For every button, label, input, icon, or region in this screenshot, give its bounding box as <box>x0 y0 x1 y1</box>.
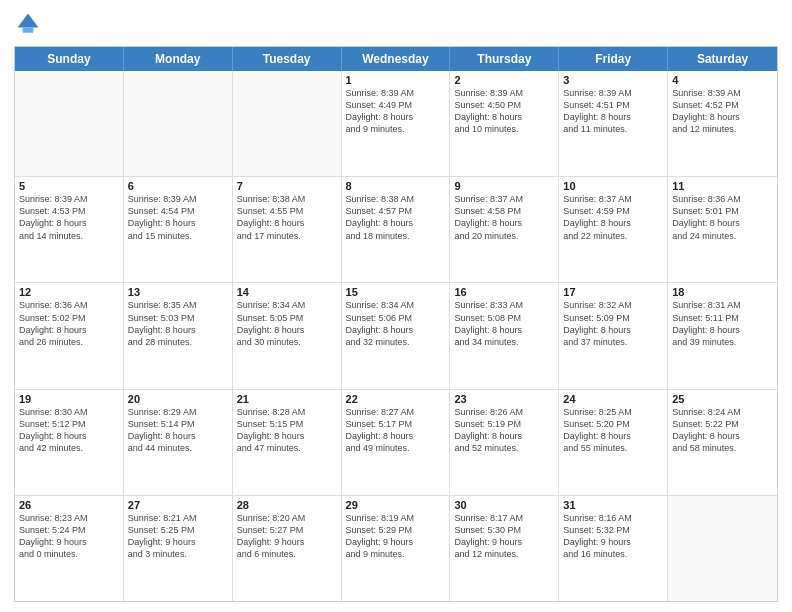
cell-info: Sunrise: 8:25 AM Sunset: 5:20 PM Dayligh… <box>563 406 663 455</box>
calendar-cell <box>668 496 777 601</box>
calendar-cell: 23Sunrise: 8:26 AM Sunset: 5:19 PM Dayli… <box>450 390 559 495</box>
cell-info: Sunrise: 8:38 AM Sunset: 4:55 PM Dayligh… <box>237 193 337 242</box>
day-number: 5 <box>19 180 119 192</box>
calendar-cell: 31Sunrise: 8:16 AM Sunset: 5:32 PM Dayli… <box>559 496 668 601</box>
calendar-week-row: 12Sunrise: 8:36 AM Sunset: 5:02 PM Dayli… <box>15 283 777 389</box>
calendar-cell: 1Sunrise: 8:39 AM Sunset: 4:49 PM Daylig… <box>342 71 451 176</box>
header-day: Thursday <box>450 47 559 71</box>
calendar-cell: 12Sunrise: 8:36 AM Sunset: 5:02 PM Dayli… <box>15 283 124 388</box>
header-day: Tuesday <box>233 47 342 71</box>
calendar-cell: 28Sunrise: 8:20 AM Sunset: 5:27 PM Dayli… <box>233 496 342 601</box>
cell-info: Sunrise: 8:16 AM Sunset: 5:32 PM Dayligh… <box>563 512 663 561</box>
day-number: 28 <box>237 499 337 511</box>
calendar-cell: 14Sunrise: 8:34 AM Sunset: 5:05 PM Dayli… <box>233 283 342 388</box>
day-number: 26 <box>19 499 119 511</box>
header-day: Wednesday <box>342 47 451 71</box>
header <box>14 10 778 38</box>
calendar-cell <box>233 71 342 176</box>
day-number: 29 <box>346 499 446 511</box>
day-number: 12 <box>19 286 119 298</box>
cell-info: Sunrise: 8:19 AM Sunset: 5:29 PM Dayligh… <box>346 512 446 561</box>
day-number: 30 <box>454 499 554 511</box>
calendar-header: SundayMondayTuesdayWednesdayThursdayFrid… <box>15 47 777 71</box>
cell-info: Sunrise: 8:21 AM Sunset: 5:25 PM Dayligh… <box>128 512 228 561</box>
calendar-week-row: 19Sunrise: 8:30 AM Sunset: 5:12 PM Dayli… <box>15 390 777 496</box>
header-day: Saturday <box>668 47 777 71</box>
calendar-body: 1Sunrise: 8:39 AM Sunset: 4:49 PM Daylig… <box>15 71 777 601</box>
calendar-cell: 25Sunrise: 8:24 AM Sunset: 5:22 PM Dayli… <box>668 390 777 495</box>
cell-info: Sunrise: 8:30 AM Sunset: 5:12 PM Dayligh… <box>19 406 119 455</box>
cell-info: Sunrise: 8:39 AM Sunset: 4:50 PM Dayligh… <box>454 87 554 136</box>
calendar-cell: 5Sunrise: 8:39 AM Sunset: 4:53 PM Daylig… <box>15 177 124 282</box>
cell-info: Sunrise: 8:39 AM Sunset: 4:51 PM Dayligh… <box>563 87 663 136</box>
cell-info: Sunrise: 8:24 AM Sunset: 5:22 PM Dayligh… <box>672 406 773 455</box>
day-number: 1 <box>346 74 446 86</box>
cell-info: Sunrise: 8:33 AM Sunset: 5:08 PM Dayligh… <box>454 299 554 348</box>
cell-info: Sunrise: 8:39 AM Sunset: 4:49 PM Dayligh… <box>346 87 446 136</box>
calendar-cell: 29Sunrise: 8:19 AM Sunset: 5:29 PM Dayli… <box>342 496 451 601</box>
cell-info: Sunrise: 8:34 AM Sunset: 5:06 PM Dayligh… <box>346 299 446 348</box>
day-number: 16 <box>454 286 554 298</box>
cell-info: Sunrise: 8:17 AM Sunset: 5:30 PM Dayligh… <box>454 512 554 561</box>
cell-info: Sunrise: 8:32 AM Sunset: 5:09 PM Dayligh… <box>563 299 663 348</box>
calendar-week-row: 26Sunrise: 8:23 AM Sunset: 5:24 PM Dayli… <box>15 496 777 601</box>
day-number: 19 <box>19 393 119 405</box>
cell-info: Sunrise: 8:26 AM Sunset: 5:19 PM Dayligh… <box>454 406 554 455</box>
cell-info: Sunrise: 8:37 AM Sunset: 4:58 PM Dayligh… <box>454 193 554 242</box>
day-number: 24 <box>563 393 663 405</box>
day-number: 7 <box>237 180 337 192</box>
day-number: 21 <box>237 393 337 405</box>
calendar-cell: 4Sunrise: 8:39 AM Sunset: 4:52 PM Daylig… <box>668 71 777 176</box>
day-number: 15 <box>346 286 446 298</box>
day-number: 14 <box>237 286 337 298</box>
page: SundayMondayTuesdayWednesdayThursdayFrid… <box>0 0 792 612</box>
calendar-cell: 15Sunrise: 8:34 AM Sunset: 5:06 PM Dayli… <box>342 283 451 388</box>
cell-info: Sunrise: 8:27 AM Sunset: 5:17 PM Dayligh… <box>346 406 446 455</box>
day-number: 6 <box>128 180 228 192</box>
svg-rect-1 <box>23 28 34 33</box>
day-number: 3 <box>563 74 663 86</box>
calendar-cell: 10Sunrise: 8:37 AM Sunset: 4:59 PM Dayli… <box>559 177 668 282</box>
header-day: Sunday <box>15 47 124 71</box>
calendar-cell: 26Sunrise: 8:23 AM Sunset: 5:24 PM Dayli… <box>15 496 124 601</box>
calendar-cell: 18Sunrise: 8:31 AM Sunset: 5:11 PM Dayli… <box>668 283 777 388</box>
calendar-cell <box>124 71 233 176</box>
day-number: 18 <box>672 286 773 298</box>
calendar-cell: 17Sunrise: 8:32 AM Sunset: 5:09 PM Dayli… <box>559 283 668 388</box>
day-number: 20 <box>128 393 228 405</box>
logo-icon <box>14 10 42 38</box>
day-number: 25 <box>672 393 773 405</box>
calendar: SundayMondayTuesdayWednesdayThursdayFrid… <box>14 46 778 602</box>
calendar-cell: 20Sunrise: 8:29 AM Sunset: 5:14 PM Dayli… <box>124 390 233 495</box>
calendar-cell: 16Sunrise: 8:33 AM Sunset: 5:08 PM Dayli… <box>450 283 559 388</box>
day-number: 17 <box>563 286 663 298</box>
calendar-cell: 2Sunrise: 8:39 AM Sunset: 4:50 PM Daylig… <box>450 71 559 176</box>
cell-info: Sunrise: 8:38 AM Sunset: 4:57 PM Dayligh… <box>346 193 446 242</box>
day-number: 2 <box>454 74 554 86</box>
day-number: 22 <box>346 393 446 405</box>
day-number: 31 <box>563 499 663 511</box>
logo <box>14 10 46 38</box>
calendar-week-row: 5Sunrise: 8:39 AM Sunset: 4:53 PM Daylig… <box>15 177 777 283</box>
calendar-cell <box>15 71 124 176</box>
day-number: 10 <box>563 180 663 192</box>
cell-info: Sunrise: 8:23 AM Sunset: 5:24 PM Dayligh… <box>19 512 119 561</box>
calendar-cell: 9Sunrise: 8:37 AM Sunset: 4:58 PM Daylig… <box>450 177 559 282</box>
cell-info: Sunrise: 8:39 AM Sunset: 4:52 PM Dayligh… <box>672 87 773 136</box>
cell-info: Sunrise: 8:31 AM Sunset: 5:11 PM Dayligh… <box>672 299 773 348</box>
calendar-cell: 3Sunrise: 8:39 AM Sunset: 4:51 PM Daylig… <box>559 71 668 176</box>
cell-info: Sunrise: 8:20 AM Sunset: 5:27 PM Dayligh… <box>237 512 337 561</box>
cell-info: Sunrise: 8:39 AM Sunset: 4:54 PM Dayligh… <box>128 193 228 242</box>
cell-info: Sunrise: 8:34 AM Sunset: 5:05 PM Dayligh… <box>237 299 337 348</box>
calendar-cell: 11Sunrise: 8:36 AM Sunset: 5:01 PM Dayli… <box>668 177 777 282</box>
cell-info: Sunrise: 8:29 AM Sunset: 5:14 PM Dayligh… <box>128 406 228 455</box>
calendar-cell: 13Sunrise: 8:35 AM Sunset: 5:03 PM Dayli… <box>124 283 233 388</box>
cell-info: Sunrise: 8:37 AM Sunset: 4:59 PM Dayligh… <box>563 193 663 242</box>
calendar-cell: 7Sunrise: 8:38 AM Sunset: 4:55 PM Daylig… <box>233 177 342 282</box>
calendar-cell: 19Sunrise: 8:30 AM Sunset: 5:12 PM Dayli… <box>15 390 124 495</box>
day-number: 11 <box>672 180 773 192</box>
header-day: Friday <box>559 47 668 71</box>
day-number: 4 <box>672 74 773 86</box>
day-number: 9 <box>454 180 554 192</box>
cell-info: Sunrise: 8:36 AM Sunset: 5:01 PM Dayligh… <box>672 193 773 242</box>
